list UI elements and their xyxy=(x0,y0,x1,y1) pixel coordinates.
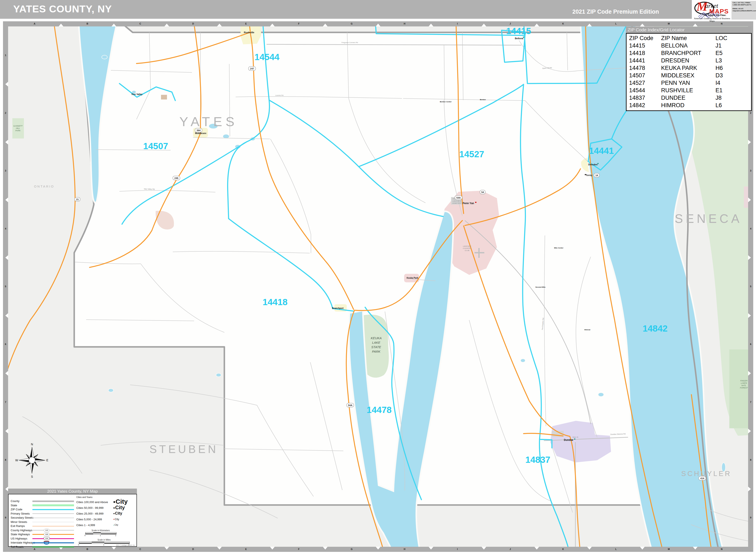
poi-label: LAKESIDE xyxy=(463,245,471,247)
grid-notch xyxy=(270,547,275,550)
grid-col-label: K xyxy=(561,22,565,25)
grid-notch xyxy=(323,24,327,26)
zip-table-row: 14527PENN YANI4 xyxy=(626,79,751,87)
scale-segment xyxy=(101,533,116,534)
grid-notch xyxy=(5,82,8,87)
zip-code-label: 14842 xyxy=(643,324,668,333)
zip-table-row: 14418BRANCHPORTE5 xyxy=(626,49,751,57)
legend-title: 2021 Yates County, NY Map xyxy=(8,489,137,494)
grid-row-label: 6 xyxy=(749,343,752,345)
grid-row-label: 6 xyxy=(4,343,7,345)
town-marker xyxy=(585,174,586,175)
grid-col-label: N xyxy=(720,22,723,25)
grid-col-label: G xyxy=(350,22,353,25)
grid-notch xyxy=(748,313,751,318)
grid-row-label: 4 xyxy=(749,227,752,230)
legend-item-label: Secondary Streets xyxy=(11,516,34,519)
grid-row-label: 8 xyxy=(749,458,752,461)
legend-line-sample xyxy=(33,504,74,506)
city-dot-icon xyxy=(113,507,115,509)
route-badge-number: 414 xyxy=(700,477,704,480)
city-sample: City xyxy=(113,505,125,510)
legend-item-label: US Highways xyxy=(11,537,27,540)
grid-notch xyxy=(217,547,222,550)
zip-cell: 14418 xyxy=(626,49,661,57)
grid-notch xyxy=(587,547,592,550)
city-sample: City xyxy=(113,498,128,505)
poi-label: HILL xyxy=(16,127,20,129)
grid-notch xyxy=(748,198,751,202)
grid-row-label: 9 xyxy=(4,516,7,519)
poi-label: STATE xyxy=(371,345,381,349)
grid-col-label: J xyxy=(509,22,512,25)
city-size-label: Cities 50,000 - 99,999 xyxy=(77,506,103,509)
zip-code-label: 14544 xyxy=(255,52,280,62)
compass-e: E xyxy=(46,458,48,462)
city-sample: City xyxy=(113,511,122,516)
grid-notch xyxy=(111,24,116,26)
grid-row-label: 7 xyxy=(749,401,752,403)
legend-item-label: Interstate Highways xyxy=(11,541,35,544)
col-zip-name: ZIP Name xyxy=(661,35,715,42)
grid-col-label: I xyxy=(456,548,459,550)
town-label: Vine Valley xyxy=(131,93,143,96)
poi-label: LAKE xyxy=(372,341,381,344)
grid-notch xyxy=(5,313,8,318)
town-label: Second Milo xyxy=(535,286,545,288)
city-sample: City xyxy=(113,524,118,526)
grid-col-label: H xyxy=(403,22,406,25)
grid-notch xyxy=(748,487,751,491)
scale-tick: 2 xyxy=(115,535,116,537)
grid-row-label: 9 xyxy=(749,516,752,519)
phone-number: 1-888-434-MAPS (6277) xyxy=(733,4,756,6)
legend-badge-circle: 123 xyxy=(44,533,50,536)
grid-notch xyxy=(5,198,8,202)
road-name-label: Ferguson Corners Rd xyxy=(342,42,358,44)
zip-table-row: 14441DRESDENL3 xyxy=(626,57,751,64)
town-label: Milo Center xyxy=(554,247,563,249)
grid-row-label: 3 xyxy=(4,169,7,172)
grid-col-label: D xyxy=(192,548,195,550)
grid-notch xyxy=(587,24,592,26)
legend-line-sample xyxy=(33,513,74,514)
zip-code-label: 14415 xyxy=(506,26,531,36)
town-label: Dundee xyxy=(564,439,573,442)
loc-cell: I4 xyxy=(715,79,741,87)
marketmaps-logo: M arket MAPS On Target. On Time. America… xyxy=(692,0,756,21)
town-label: Torrey xyxy=(586,174,593,176)
scale-mi-bar xyxy=(79,542,130,544)
name-cell: KEUKA PARK xyxy=(661,64,715,72)
compass-n: N xyxy=(31,443,33,446)
town-label: Himrod xyxy=(584,329,590,331)
zip-cell: 14478 xyxy=(626,64,661,72)
city-sample-text: City xyxy=(114,524,118,526)
route-badge-number: 54 xyxy=(481,191,484,193)
legend: 2021 Yates County, NY Map Cities and Tow… xyxy=(8,489,137,546)
poi-label: LAKES xyxy=(741,382,747,384)
grid-notch xyxy=(376,547,381,550)
grid-col-label: I xyxy=(456,22,459,25)
poi-label: KEUKA xyxy=(371,336,382,340)
grid-col-label: A xyxy=(33,548,36,550)
logo-tagline: On Target. On Time. xyxy=(704,14,726,17)
zip-code-label: 14527 xyxy=(459,149,484,159)
grid-notch xyxy=(5,140,8,145)
grid-notch xyxy=(59,24,63,26)
legend-line-sample xyxy=(33,501,74,502)
col-zip-code: ZIP Code xyxy=(626,35,661,42)
zip-code-label: 14418 xyxy=(263,297,288,307)
loc-cell: H6 xyxy=(715,64,741,72)
route-badge-number: 54A xyxy=(456,197,461,199)
scale-segment xyxy=(104,543,130,544)
name-cell: HIMROD xyxy=(661,102,715,109)
county-name-label: YATES xyxy=(179,114,238,129)
grid-col-label: G xyxy=(350,548,353,550)
town-marker xyxy=(597,163,599,164)
grid-notch xyxy=(5,255,8,260)
grid-notch xyxy=(323,547,327,550)
zip-table-row: 14544RUSHVILLEE1 xyxy=(626,87,751,94)
zip-code-index: ZIP Code Index/Grid Locator ZIP Code ZIP… xyxy=(626,26,752,111)
loc-cell: J1 xyxy=(715,42,741,49)
town-label: Bellona xyxy=(515,37,523,40)
zip-cell: 14837 xyxy=(626,94,661,102)
